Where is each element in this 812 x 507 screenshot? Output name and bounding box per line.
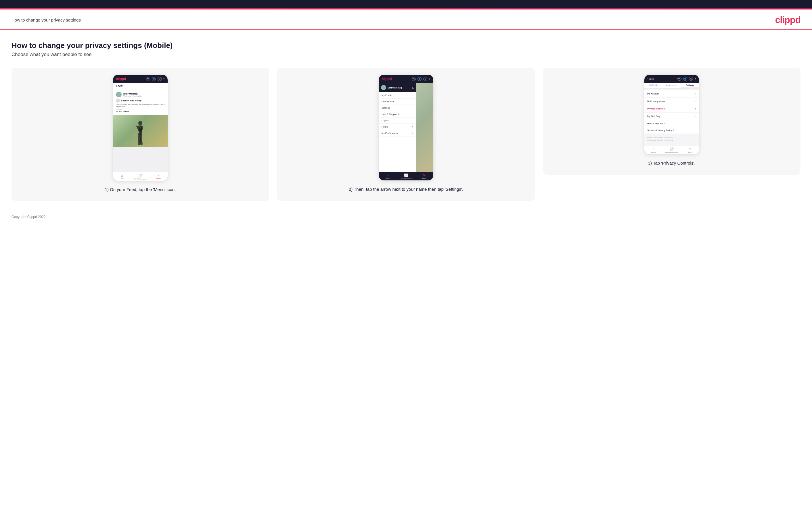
settings-item-myaccount[interactable]: My Account › — [644, 90, 699, 97]
feed-avatar — [116, 92, 121, 97]
tab-myprofile[interactable]: My Profile — [644, 83, 662, 88]
home-chevron: ▾ — [412, 125, 413, 128]
page-heading: How to change your privacy settings (Mob… — [11, 41, 801, 50]
menu-icon-3: ≡ — [689, 147, 691, 151]
footer: Copyright Clippd 2022 — [0, 210, 812, 224]
phone-1-bottom-nav: ⌂ Home 📈 My Performance ≡ Menu — [113, 172, 168, 181]
phone-3-bottom-nav: ⌂ Home 📈 My Performance ≡ Menu — [644, 146, 699, 154]
chevron-icon: ▾ — [163, 77, 165, 80]
tab-settings[interactable]: Settings — [681, 83, 699, 88]
dataintegrations-label: Data Integrations — [647, 100, 665, 103]
phone-nav-home: ⌂ Home — [113, 174, 131, 180]
step-1-caption: 1) On your Feed, tap the 'Menu' icon. — [105, 186, 176, 193]
settings-item-serviceprivacy[interactable]: Service & Privacy Policy ↗ — [644, 127, 699, 133]
menu-chevron-up: ∧ — [412, 86, 414, 89]
phone-3-nav-home: ⌂ Home — [644, 147, 662, 153]
step-2-caption: 2) Then, tap the arrow next to your name… — [349, 186, 463, 193]
mygolfbag-chevron: › — [695, 115, 696, 118]
settings-item-mygolfbag[interactable]: My Golf Bag › — [644, 113, 699, 120]
phone-2-nav-performance: 📈 My Performance — [397, 173, 415, 179]
phone-2-bottom-nav: ⌂ Home 📈 My Performance ✕ Menu — [379, 172, 433, 180]
svg-rect-7 — [140, 141, 143, 145]
phone-2-nav-icons: 🔍 👤 ⊙ ▾ — [412, 77, 430, 81]
version-line2: GQL Server Version: 2022.7.30-1 — [647, 139, 696, 142]
performance-label-3: My Performance — [665, 152, 678, 153]
menu-item-myprofile: My Profile — [379, 92, 416, 99]
tab-connections[interactable]: Connections — [662, 83, 680, 88]
settings-tabs: My Profile Connections Settings — [644, 83, 699, 89]
menu-label: Menu — [156, 178, 161, 179]
home-label-3: Home — [651, 151, 656, 153]
close-icon: ✕ — [423, 173, 425, 177]
phone-2-mockup: clippd 🔍 👤 ⊙ ▾ — [379, 75, 433, 180]
performance-label-2: My Performance — [400, 178, 412, 179]
phone-nav-performance: 📈 My Performance — [131, 174, 149, 180]
menu-home-label: Home — [382, 125, 388, 128]
home-icon-2: ⌂ — [387, 173, 389, 177]
golfer-svg — [134, 121, 147, 147]
menu-user-info: Blair McHarg — [381, 85, 402, 90]
menu-icon: ≡ — [158, 174, 159, 177]
settings-item-dataintegrations[interactable]: Data Integrations › — [644, 98, 699, 105]
phone-2-logo: clippd — [382, 77, 392, 81]
menu-bg-overlay — [416, 83, 433, 172]
step-3-card: ‹ Back 🔍 👤 ⊙ ▾ My Profile Connections Se… — [543, 68, 801, 175]
back-button[interactable]: ‹ Back — [647, 77, 654, 80]
svg-point-0 — [138, 121, 142, 125]
feed-user-info: Blair McHarg Yesterday · Sunningdale — [123, 93, 142, 97]
user-icon-2: 👤 — [417, 77, 421, 81]
mygolfbag-label: My Golf Bag — [647, 115, 660, 117]
settings-icon-2: ⊙ — [423, 77, 427, 81]
myaccount-chevron: › — [695, 92, 696, 95]
feed-lesson-title: Lesson with Fordy — [121, 99, 142, 102]
menu-user-row: Blair McHarg ∧ — [379, 83, 416, 92]
version-line1: Clippd Client Version: 2022.8.3-3 — [647, 136, 696, 139]
steps-container: clippd 🔍 👤 ⊙ ▾ Feed B — [11, 68, 801, 201]
dataintegrations-chevron: › — [695, 100, 696, 103]
feed-label: Feed — [113, 83, 168, 89]
menu-label-3: Menu — [688, 151, 692, 153]
user-icon-3: 👤 — [683, 77, 687, 81]
helpsupport-label: Help & Support ↗ — [647, 122, 665, 125]
privacycontrols-label: Privacy Controls — [647, 107, 666, 110]
step-2-card: clippd 🔍 👤 ⊙ ▾ — [277, 68, 535, 201]
top-bar — [0, 0, 812, 8]
settings-item-helpsupport[interactable]: Help & Support ↗ — [644, 120, 699, 127]
menu-username: Blair McHarg — [388, 87, 402, 89]
phone-1-nav-icons: 🔍 👤 ⊙ ▾ — [146, 77, 165, 81]
feed-lesson-desc: Looking to feel like my hands are exitin… — [116, 103, 165, 108]
phone-1-mockup: clippd 🔍 👤 ⊙ ▾ Feed B — [113, 75, 168, 181]
home-label: Home — [120, 178, 124, 179]
menu-label-2: Menu — [422, 178, 426, 179]
feed-username: Blair McHarg — [123, 93, 142, 95]
performance-chevron: ▾ — [412, 132, 413, 134]
settings-item-privacycontrols[interactable]: Privacy Controls › — [644, 105, 699, 112]
feed-meta: Yesterday · Sunningdale — [123, 95, 142, 97]
feed-user: Blair McHarg Yesterday · Sunningdale — [116, 92, 165, 97]
home-icon-3: ⌂ — [652, 147, 654, 151]
phone-2-nav: clippd 🔍 👤 ⊙ ▾ — [379, 75, 433, 83]
step-1-card: clippd 🔍 👤 ⊙ ▾ Feed B — [11, 68, 269, 201]
settings-icon-3: ⊙ — [689, 77, 693, 81]
performance-icon-2: 📈 — [404, 173, 408, 177]
phone-3-nav-icons: 🔍 👤 ⊙ ▾ — [677, 77, 696, 81]
menu-item-connections: Connections — [379, 99, 416, 105]
menu-section-performance: My Performance ▾ — [379, 130, 416, 136]
page-subheading: Choose what you want people to see — [11, 52, 801, 57]
menu-item-helpsupport: Help & Support ↗ — [379, 111, 416, 117]
menu-avatar — [381, 85, 386, 90]
phone-3-nav-menu: ≡ Menu — [681, 147, 699, 153]
myaccount-label: My Account — [647, 93, 659, 95]
menu-item-logout: Logout — [379, 117, 416, 124]
chevron-icon-3: ▾ — [695, 77, 696, 80]
user-icon: 👤 — [152, 77, 156, 81]
step-3-caption: 3) Tap 'Privacy Controls'. — [648, 160, 696, 167]
lesson-icon — [116, 99, 120, 103]
copyright-text: Copyright Clippd 2022 — [11, 215, 46, 219]
search-icon-2: 🔍 — [412, 77, 416, 81]
phone-3-nav-performance: 📈 My Performance — [662, 147, 680, 153]
phone-1-logo: clippd — [116, 77, 126, 81]
performance-label: My Performance — [134, 178, 147, 180]
serviceprivacy-label: Service & Privacy Policy ↗ — [647, 129, 674, 131]
settings-version: Clippd Client Version: 2022.8.3-3 GQL Se… — [644, 134, 699, 144]
